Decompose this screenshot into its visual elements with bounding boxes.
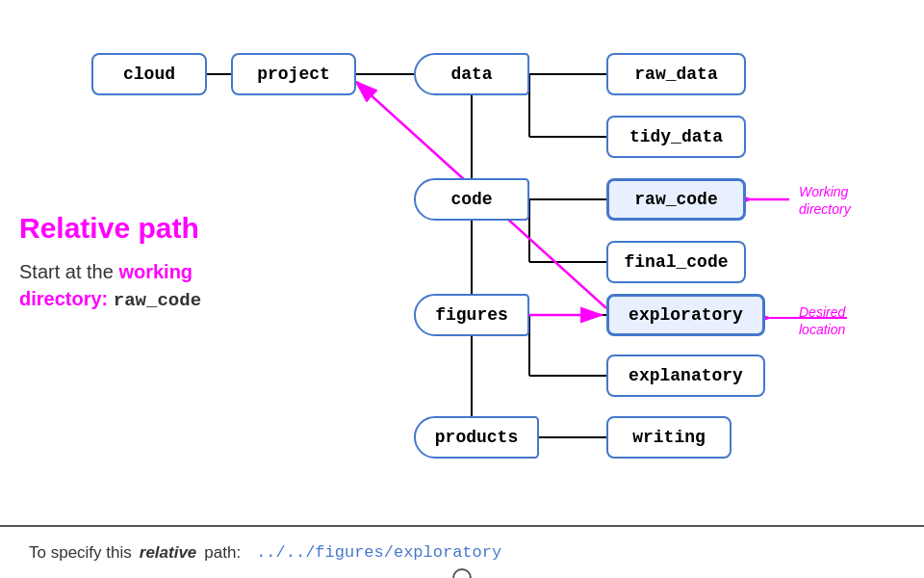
node-final-code: final_code	[606, 241, 746, 283]
node-tidy-data: tidy_data	[606, 116, 746, 158]
node-exploratory: exploratory	[606, 294, 765, 336]
node-explanatory: explanatory	[606, 355, 765, 397]
diagram-area: cloud project data raw_data tidy_data co…	[0, 0, 924, 525]
desired-location-annotation: Desiredlocation	[799, 303, 845, 338]
raw-code-label: raw_code	[114, 290, 201, 311]
node-figures: figures	[414, 294, 529, 336]
node-data: data	[414, 53, 529, 95]
bottom-path: ../../figures/exploratory	[256, 543, 501, 562]
bottom-middle: path:	[204, 543, 241, 563]
node-products: products	[414, 416, 539, 459]
working-directory-annotation: Workingdirectory	[799, 183, 851, 218]
left-panel: Relative path Start at the workingdirect…	[19, 212, 289, 314]
node-writing: writing	[606, 416, 732, 459]
relative-path-title: Relative path	[19, 212, 289, 245]
bottom-prefix: To specify this	[29, 543, 132, 563]
node-code: code	[414, 178, 529, 221]
node-project: project	[231, 53, 356, 95]
node-raw-code: raw_code	[606, 178, 746, 221]
node-cloud: cloud	[91, 53, 207, 95]
bottom-italic: relative	[140, 543, 197, 563]
node-raw-data: raw_data	[606, 53, 746, 95]
start-text: Start at the workingdirectory: raw_code	[19, 258, 289, 314]
